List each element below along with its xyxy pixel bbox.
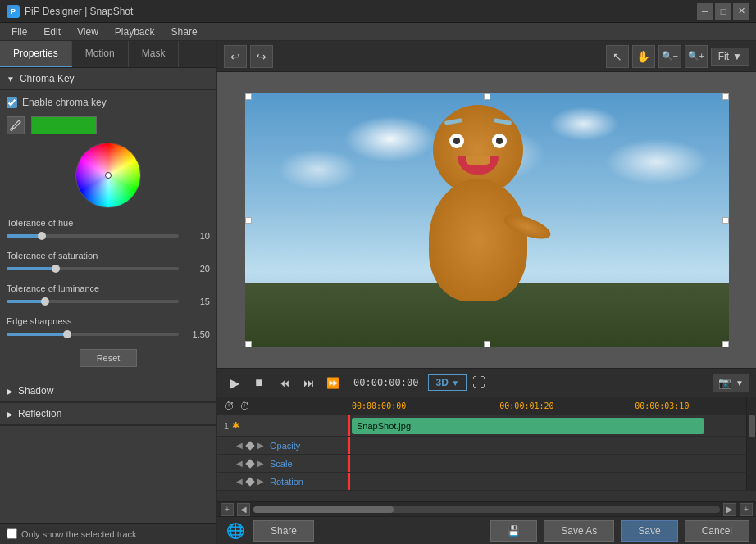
fit-dropdown[interactable]: Fit ▼ (711, 48, 749, 66)
handle-bottom-left[interactable] (245, 341, 252, 347)
time-mark-1: 00:00:01:20 (499, 401, 553, 410)
handle-bottom-mid[interactable] (484, 341, 490, 347)
reset-button[interactable]: Reset (80, 349, 138, 367)
timeline-nav-back[interactable]: ◀ (237, 503, 250, 516)
sat-slider-row: Tolerance of saturation 20 (7, 251, 210, 274)
btn-3d[interactable]: 3D ▼ (428, 374, 467, 391)
opacity-label: Opacity (270, 441, 300, 451)
tab-properties[interactable]: Properties (0, 41, 72, 67)
3d-label: 3D (435, 377, 448, 388)
play-icon: ▶ (230, 375, 239, 391)
rotation-next-kf[interactable]: ▶ (255, 476, 266, 487)
snapshot-button[interactable]: 📷 ▼ (713, 374, 749, 392)
snapshot-chevron: ▼ (736, 379, 744, 388)
menu-share[interactable]: Share (163, 25, 206, 39)
playhead-clip (348, 415, 350, 436)
eyedropper-button[interactable] (7, 116, 25, 134)
fit-chevron-icon: ▼ (732, 51, 742, 62)
shadow-section: ▶ Shadow (0, 380, 216, 403)
timeline-add-button[interactable]: + (221, 503, 234, 516)
zoom-out-button[interactable]: 🔍− (658, 45, 681, 68)
redo-button[interactable]: ↪ (250, 45, 273, 68)
handle-top-mid[interactable] (484, 93, 490, 100)
sat-slider-thumb[interactable] (52, 265, 60, 273)
opacity-prev-kf[interactable]: ◀ (234, 440, 245, 451)
menu-file[interactable]: File (3, 25, 35, 39)
tab-motion[interactable]: Motion (72, 41, 129, 67)
left-panel: Properties Motion Mask ▼ Chroma Key Enab… (0, 41, 217, 544)
maximize-button[interactable]: □ (715, 3, 731, 20)
bottom-bar: Only show the selected track (0, 523, 216, 544)
reflection-header[interactable]: ▶ Reflection (0, 403, 216, 425)
sat-slider-track[interactable] (7, 267, 179, 270)
save-file-icon: 💾 (508, 525, 520, 537)
timeline-zoom-button[interactable]: + (740, 503, 753, 516)
handle-mid-right[interactable] (722, 217, 729, 224)
scroll-v-thumb[interactable] (749, 415, 755, 439)
save-as-button[interactable]: Save As (544, 520, 614, 542)
opacity-keyframe-area (348, 437, 746, 454)
fullscreen-button[interactable]: ⛶ (470, 374, 488, 392)
color-wheel[interactable] (75, 143, 141, 208)
play-button[interactable]: ▶ (224, 372, 245, 393)
pan-tool-button[interactable]: ✋ (632, 45, 655, 68)
undo-icon: ↩ (230, 50, 240, 63)
shadow-header[interactable]: ▶ Shadow (0, 380, 216, 402)
selected-track-label: Only show the selected track (21, 529, 137, 539)
tab-bar: Properties Motion Mask (0, 41, 216, 68)
menu-edit[interactable]: Edit (35, 25, 69, 39)
title-bar: P PiP Designer | SnapShot ─ □ ✕ (0, 0, 756, 23)
fast-forward-button[interactable]: ⏩ (322, 372, 344, 393)
rotation-kf-diamond[interactable] (245, 477, 254, 486)
timeline: ⏱ ⏱ 00:00:00:00 00:00:01:20 00:00:03:10 … (217, 397, 756, 516)
shadow-title: Shadow (18, 385, 53, 397)
save-icon-button[interactable]: 💾 (490, 520, 537, 542)
hue-slider-row: Tolerance of hue 10 (7, 218, 210, 241)
edge-slider-thumb[interactable] (63, 330, 71, 338)
timeline-nav-forward[interactable]: ▶ (723, 503, 736, 516)
handle-bottom-right[interactable] (722, 341, 729, 347)
scale-kf-diamond[interactable] (245, 459, 254, 468)
opacity-kf-diamond[interactable] (245, 441, 254, 450)
minimize-button[interactable]: ─ (697, 3, 713, 20)
prev-frame-button[interactable]: ⏮ (273, 372, 294, 393)
enable-chroma-checkbox[interactable] (7, 97, 17, 108)
handle-mid-left[interactable] (245, 217, 252, 224)
menu-playback[interactable]: Playback (107, 25, 163, 39)
stop-button[interactable]: ■ (248, 372, 270, 393)
cancel-button[interactable]: Cancel (685, 520, 749, 542)
lum-slider-track[interactable] (7, 300, 179, 303)
preview-area[interactable] (217, 72, 756, 368)
save-button[interactable]: Save (621, 520, 677, 542)
undo-button[interactable]: ↩ (224, 45, 247, 68)
hue-slider-thumb[interactable] (38, 232, 46, 240)
timeline-scrollbar[interactable] (253, 506, 720, 513)
rotation-prev-kf[interactable]: ◀ (234, 476, 245, 487)
hue-slider-track[interactable] (7, 234, 179, 238)
zoom-in-button[interactable]: 🔍+ (685, 45, 708, 68)
menu-view[interactable]: View (69, 25, 107, 39)
reflection-arrow: ▶ (7, 410, 13, 419)
lum-slider-thumb[interactable] (41, 297, 49, 306)
clip-snapshot[interactable]: SnapShot.jpg (352, 418, 704, 434)
color-swatch[interactable] (31, 116, 97, 134)
next-frame-icon: ⏭ (303, 377, 314, 389)
globe-button[interactable]: 🌐 (224, 519, 247, 542)
select-tool-button[interactable]: ↖ (606, 45, 629, 68)
opacity-next-kf[interactable]: ▶ (255, 440, 266, 451)
handle-top-right[interactable] (722, 93, 729, 100)
timeline-header: ⏱ ⏱ 00:00:00:00 00:00:01:20 00:00:03:10 (217, 397, 756, 415)
chroma-key-header[interactable]: ▼ Chroma Key (0, 68, 216, 90)
share-button[interactable]: Share (253, 520, 314, 542)
edge-slider-track[interactable] (7, 333, 179, 336)
close-button[interactable]: ✕ (733, 3, 749, 20)
next-frame-button[interactable]: ⏭ (298, 372, 319, 393)
selected-track-checkbox[interactable] (7, 528, 17, 539)
scale-next-kf[interactable]: ▶ (255, 458, 266, 469)
zoom-out-icon: 🔍− (662, 51, 678, 61)
handle-top-left[interactable] (245, 93, 252, 100)
scale-prev-kf[interactable]: ◀ (234, 458, 245, 469)
color-wheel-container (7, 143, 210, 208)
tab-mask[interactable]: Mask (129, 41, 180, 67)
lum-slider-row: Tolerance of luminance 15 (7, 283, 210, 306)
